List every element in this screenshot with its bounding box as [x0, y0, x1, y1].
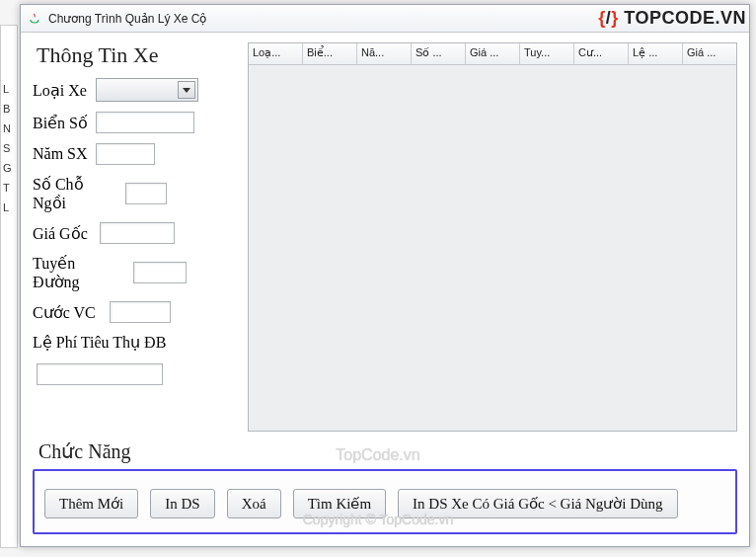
xoa-button[interactable]: Xoá [227, 489, 281, 518]
input-cuoc-vc[interactable] [110, 301, 171, 323]
table-body[interactable] [249, 65, 736, 431]
col-lephi[interactable]: Lệ ... [629, 43, 683, 64]
col-so[interactable]: Số ... [412, 43, 466, 64]
label-tuyen-duong: Tuyến Đường [33, 254, 125, 291]
input-bien-so[interactable] [96, 112, 194, 133]
input-nam-sx[interactable] [96, 143, 155, 165]
label-bien-so: Biển Số [33, 114, 88, 132]
col-gia[interactable]: Giá ... [466, 43, 520, 64]
watermark-logo: {/} TOPCODE.VN [598, 8, 746, 29]
input-so-cho[interactable] [125, 183, 167, 204]
form-panel: Thông Tin Xe Loại Xe Biển Số Năm SX [33, 42, 238, 432]
label-gia-goc: Giá Gốc [33, 224, 92, 243]
label-le-phi: Lệ Phí Tiêu Thụ ĐB [33, 333, 166, 352]
functions-box: Thêm Mới In DS Xoá Tìm Kiếm In DS Xe Có … [33, 469, 737, 534]
col-nam[interactable]: Nă... [357, 43, 412, 64]
combo-loai-xe[interactable] [96, 78, 198, 102]
input-gia-goc[interactable] [100, 222, 175, 244]
table-header: Loạ... Biể... Nă... Số ... Giá ... Tuy..… [249, 43, 736, 65]
tim-kiem-button[interactable]: Tìm Kiếm [293, 489, 386, 518]
app-window: Chương Trình Quản Lý Xe Cộ Thông Tin Xe … [20, 4, 750, 547]
background-partial-window: L B N S G T L [0, 25, 18, 548]
window-title: Chương Trình Quản Lý Xe Cộ [48, 12, 206, 26]
label-loai-xe: Loại Xe [33, 81, 88, 100]
form-section-title: Thông Tin Xe [37, 42, 238, 68]
label-cuoc-vc: Cước VC [33, 303, 102, 322]
chevron-down-icon[interactable] [178, 81, 195, 99]
input-le-phi[interactable] [37, 363, 163, 385]
label-nam-sx: Năm SX [33, 145, 88, 163]
in-ds-button[interactable]: In DS [150, 489, 214, 518]
col-bien[interactable]: Biể... [303, 43, 357, 64]
them-moi-button[interactable]: Thêm Mới [44, 489, 138, 518]
java-icon [27, 11, 42, 27]
data-table[interactable]: Loạ... Biể... Nă... Số ... Giá ... Tuy..… [248, 42, 737, 432]
label-so-cho: Số Chỗ Ngồi [33, 175, 117, 212]
col-loai[interactable]: Loạ... [249, 43, 303, 64]
col-gia2[interactable]: Giá ... [683, 43, 736, 64]
functions-section-title: Chức Năng [38, 439, 737, 463]
col-cuoc[interactable]: Cư... [574, 43, 629, 64]
col-tuyen[interactable]: Tuy... [520, 43, 574, 64]
in-ds-filter-button[interactable]: In DS Xe Có Giá Gốc < Giá Người Dùng [398, 489, 678, 518]
input-tuyen-duong[interactable] [133, 262, 187, 283]
